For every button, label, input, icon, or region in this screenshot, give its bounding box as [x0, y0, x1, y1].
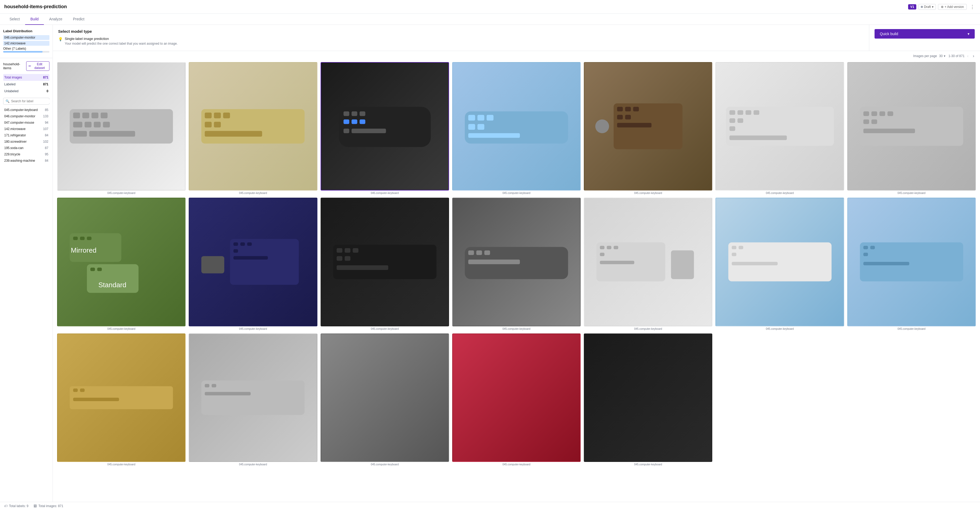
add-version-button[interactable]: ⊕ + Add version [938, 4, 967, 10]
svg-rect-61 [80, 237, 84, 240]
svg-rect-32 [477, 124, 484, 130]
svg-rect-62 [87, 237, 91, 240]
image-card[interactable]: 045.computer-keyboard [716, 198, 844, 330]
label-dist-item-2[interactable]: Other (7 Labels) [3, 47, 49, 52]
svg-rect-37 [633, 107, 639, 111]
image-thumb [452, 62, 581, 191]
svg-rect-72 [234, 249, 238, 253]
total-images-stat: 🖼 Total images: 871 [33, 504, 63, 507]
image-card[interactable]: 045.computer-keyboard [716, 62, 844, 194]
image-card[interactable]: 045.computer-keyboard [584, 198, 712, 330]
list-item[interactable]: 239.washing-machine 84 [3, 157, 49, 164]
svg-rect-25 [343, 129, 349, 133]
image-card[interactable]: 045.computer-keyboard [189, 62, 317, 194]
image-card[interactable]: 045.computer-keyboard [57, 334, 186, 466]
svg-rect-85 [484, 251, 490, 255]
svg-rect-44 [737, 110, 743, 115]
more-options-button[interactable]: ⋮ [969, 3, 976, 11]
keyboard-svg [591, 69, 705, 184]
image-label: 045.computer-keyboard [189, 192, 317, 194]
list-item[interactable]: 171.refrigerator 84 [3, 132, 49, 138]
label-name: 229.tricycle [4, 153, 20, 156]
label-dist-item-1[interactable]: 142.microwave [3, 41, 49, 46]
keyboard-svg [196, 205, 310, 319]
svg-rect-74 [201, 256, 224, 273]
image-card[interactable]: 045.computer-keyboard [584, 62, 712, 194]
image-label: 045.computer-keyboard [321, 192, 449, 194]
model-type-left: Select model type 💡 Single-label image p… [53, 25, 869, 51]
image-card[interactable]: 045.computer-keyboard [847, 62, 976, 194]
svg-rect-96 [738, 246, 743, 249]
image-label: 045.computer-keyboard [189, 463, 317, 466]
svg-rect-107 [73, 398, 119, 401]
svg-rect-68 [230, 239, 299, 285]
draft-dropdown[interactable]: Draft ▾ [918, 4, 936, 10]
per-page-select: Images per page 30 ▾ [913, 54, 945, 58]
image-card[interactable]: 045.computer-keyboard [452, 198, 581, 330]
svg-rect-31 [468, 124, 475, 130]
image-card[interactable]: 045.computer-keyboard [321, 62, 449, 194]
svg-rect-92 [600, 261, 634, 264]
list-item[interactable]: 047.computer-mouse 94 [3, 119, 49, 126]
svg-rect-36 [625, 107, 631, 111]
tab-select[interactable]: Select [4, 14, 25, 25]
svg-point-41 [595, 119, 609, 133]
quick-build-button[interactable]: Quick build ▾ [875, 29, 975, 38]
image-thumb [321, 62, 449, 191]
next-page-button[interactable]: › [971, 53, 976, 59]
search-input[interactable] [11, 99, 51, 103]
tab-predict[interactable]: Predict [68, 14, 90, 25]
svg-rect-57 [871, 119, 877, 124]
image-card[interactable]: 045.computer-keyboard [321, 334, 449, 466]
svg-rect-43 [729, 110, 735, 115]
image-card[interactable]: 045.computer-keyboard [189, 198, 317, 330]
image-thumb [189, 334, 317, 462]
list-item[interactable]: 195.soda-can 87 [3, 145, 49, 151]
stats-section: Total images 871 Labeled 871 Unlabeled 0 [0, 73, 52, 96]
left-sidebar: Label Distribution 046.computer-monitor … [0, 25, 53, 507]
image-card[interactable]: 045.computer-keyboard [452, 62, 581, 194]
edit-icon: ✏ [29, 64, 31, 68]
center-content: Select model type 💡 Single-label image p… [53, 25, 980, 507]
total-images-label: Total images [4, 76, 22, 79]
prev-page-button[interactable]: ‹ [966, 53, 970, 59]
total-images-stat[interactable]: Total images 871 [3, 74, 49, 81]
svg-rect-97 [732, 253, 736, 256]
svg-rect-5 [73, 122, 83, 128]
image-card[interactable]: 045.computer-keyboard [584, 334, 712, 466]
list-item[interactable]: 142.microwave 107 [3, 126, 49, 132]
image-thumb [57, 62, 186, 191]
image-label: 045.computer-keyboard [57, 327, 186, 330]
tab-analyze[interactable]: Analyze [44, 14, 68, 25]
label-dist-item-0[interactable]: 046.computer-monitor [3, 35, 49, 40]
svg-rect-60 [73, 237, 78, 240]
list-item[interactable]: 046.computer-monitor 133 [3, 113, 49, 119]
image-label: 045.computer-keyboard [321, 463, 449, 466]
label-name: 047.computer-mouse [4, 121, 34, 124]
edit-dataset-button[interactable]: ✏ Edit dataset [26, 61, 49, 71]
add-version-plus-icon: ⊕ [941, 5, 943, 9]
keyboard-svg [196, 69, 310, 184]
image-card[interactable]: 045.computer-keyboard [57, 62, 186, 194]
per-page-chevron-icon[interactable]: ▾ [944, 54, 945, 58]
list-item[interactable]: 229.tricycle 95 [3, 151, 49, 157]
image-label: 045.computer-keyboard [716, 327, 844, 330]
image-card[interactable]: 045.computer-keyboard [321, 198, 449, 330]
svg-rect-70 [240, 243, 245, 246]
keyboard-svg [328, 205, 442, 319]
list-item[interactable]: 045.computer-keyboard 85 [3, 107, 49, 113]
image-card[interactable]: Mirrored Standard 045.computer-keyboard [57, 198, 186, 330]
label-count: 107 [43, 127, 48, 131]
svg-rect-80 [345, 256, 350, 261]
list-item[interactable]: 180.screwdriver 102 [3, 138, 49, 145]
image-card[interactable]: 045.computer-keyboard [847, 198, 976, 330]
svg-rect-102 [864, 253, 868, 256]
tab-build[interactable]: Build [25, 14, 44, 25]
svg-rect-39 [625, 115, 631, 119]
image-card[interactable]: 045.computer-keyboard [452, 334, 581, 466]
svg-rect-13 [214, 113, 221, 118]
image-card[interactable]: 045.computer-keyboard [189, 334, 317, 466]
model-option-desc: Your model will predict the one correct … [65, 42, 178, 46]
dataset-name: household-items [3, 62, 26, 70]
svg-rect-90 [614, 246, 618, 249]
